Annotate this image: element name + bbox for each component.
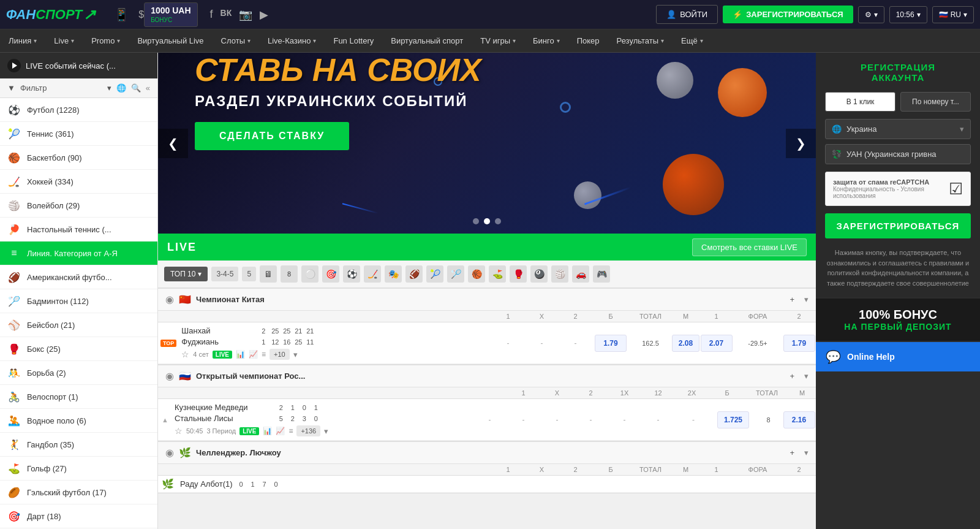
sidebar-item-baseball[interactable]: ⚾ Бейсбол (21) [0, 313, 157, 337]
odd-m-button[interactable]: 2.08 [672, 335, 699, 352]
nav-more[interactable]: Ещё ▾ [673, 29, 712, 52]
group-expand-icon-luczhou[interactable]: ◉ [165, 447, 174, 459]
filter-icon-14[interactable]: 🚗 [572, 265, 589, 283]
nav-bingo[interactable]: Бинго ▾ [524, 29, 568, 52]
top10-button[interactable]: ТОП 10 ▾ [164, 267, 208, 281]
more-bets-button-ru[interactable]: +136 [296, 425, 320, 436]
chevron-down-icon[interactable]: ▾ [804, 295, 809, 304]
reg-btn-one-click[interactable]: В 1 клик [825, 92, 895, 112]
sidebar-item-line-az[interactable]: ≡ Линия. Категория от А-Я [0, 242, 157, 265]
filter-icon-13[interactable]: 🏐 [551, 265, 568, 283]
dollar-icon[interactable]: $ [138, 9, 144, 20]
banner-dot-1[interactable] [473, 218, 479, 224]
chevron-down-icon-lz[interactable]: ▾ [804, 448, 809, 457]
odd-1b-button[interactable]: 2.07 [701, 335, 733, 352]
add-icon[interactable]: + [790, 295, 794, 304]
filter-icon-num-8[interactable]: 8 [281, 265, 298, 283]
sidebar-item-tabletennis[interactable]: 🏓 Настольный теннис (... [0, 218, 157, 242]
sidebar-live[interactable]: LIVE событий сейчас (... [0, 53, 157, 78]
sidebar-item-golf[interactable]: ⛳ Гольф (27) [0, 457, 157, 481]
youtube-icon[interactable]: ▶ [260, 8, 268, 21]
filter-icon-7[interactable]: 🎾 [426, 265, 443, 283]
currency-selector[interactable]: 💱 УАН (Украинская гривна [825, 144, 971, 164]
watch-live-button[interactable]: Смотреть все ставки LIVE [692, 238, 807, 256]
nav-fun-lottery[interactable]: Fun Lottery [325, 29, 382, 52]
sidebar-item-basketball[interactable]: 🏀 Баскетбол (90) [0, 146, 157, 170]
filter-icon-15[interactable]: 🎮 [593, 265, 610, 283]
chevron-down-icon-ru[interactable]: ▾ [804, 371, 809, 381]
group-expand-icon-russia[interactable]: ◉ [165, 370, 174, 382]
sidebar-item-badminton[interactable]: 🏸 Бадминтон (112) [0, 289, 157, 313]
nav-tv-games[interactable]: TV игры ▾ [472, 29, 524, 52]
filter-icon-10[interactable]: ⛳ [489, 265, 506, 283]
filter-icon-8[interactable]: 🏸 [447, 265, 464, 283]
odd-b-cell[interactable]: 1.79 [592, 322, 629, 363]
nav-virtual-live[interactable]: Виртуальный Live [129, 29, 212, 52]
globe-icon[interactable]: 🌐 [116, 83, 126, 93]
sidebar-item-hockey[interactable]: 🏒 Хоккей (334) [0, 170, 157, 194]
nav-poker[interactable]: Покер [568, 29, 608, 52]
sidebar-item-wrestling[interactable]: 🤼 Борьба (2) [0, 361, 157, 385]
search-icon[interactable]: 🔍 [131, 83, 141, 93]
nav-promo[interactable]: Promo ▾ [83, 29, 129, 52]
sidebar-item-gaelic-football[interactable]: 🏉 Гэльский футбол (17) [0, 481, 157, 504]
filter-icon-9[interactable]: 🏀 [468, 265, 485, 283]
filter-icon-6[interactable]: 🏈 [405, 265, 423, 283]
odd-total-ru[interactable]: 1.725 [712, 399, 755, 440]
nav-results[interactable]: Результаты ▾ [608, 29, 673, 52]
odd-m-cell[interactable]: 2.08 [672, 322, 699, 363]
stats-icon[interactable]: 📈 [249, 350, 258, 359]
more-bets-button[interactable]: +10 [270, 349, 290, 360]
country-selector[interactable]: 🌐 Украина ▾ [825, 119, 971, 139]
sidebar-item-football[interactable]: ⚽ Футбол (1228) [0, 98, 157, 122]
sidebar-item-handball[interactable]: 🤾 Гандбол (35) [0, 433, 157, 457]
nav-virtual-sport[interactable]: Виртуальный спорт [382, 29, 472, 52]
expand-icon-ru[interactable]: ▾ [324, 427, 328, 436]
add-icon-ru[interactable]: + [790, 371, 794, 381]
nav-live[interactable]: Live ▾ [45, 29, 83, 52]
list-icon-ru[interactable]: ≡ [288, 427, 293, 435]
reg-btn-phone[interactable]: По номеру т... [900, 92, 971, 112]
odd-b-button[interactable]: 1.79 [595, 335, 627, 352]
sidebar-item-boxing[interactable]: 🥊 Бокс (25) [0, 337, 157, 361]
expand-icon[interactable]: ▾ [293, 350, 298, 359]
favorite-star[interactable]: ☆ [181, 349, 189, 359]
language-selector[interactable]: 🇷🇺 RU ▾ [932, 6, 974, 23]
sidebar-item-american-football[interactable]: 🏈 Американский футбо... [0, 265, 157, 289]
mobile-icon[interactable]: 📱 [114, 7, 129, 22]
nav-slots[interactable]: Слоты ▾ [213, 29, 259, 52]
nav-live-casino[interactable]: Live-Казино ▾ [259, 29, 325, 52]
odd-2b-button-ru[interactable]: 2.16 [783, 411, 815, 428]
sidebar-item-tennis[interactable]: 🎾 Теннис (361) [0, 122, 157, 146]
time-display[interactable]: 10:56 ▾ [889, 6, 927, 23]
settings-button[interactable]: ⚙ ▾ [858, 6, 884, 23]
vk-icon[interactable]: ВК [221, 8, 232, 21]
filter-icon-11[interactable]: 🥊 [510, 265, 527, 283]
odd-1b-cell[interactable]: 2.07 [699, 322, 733, 363]
favorite-star-ru[interactable]: ☆ [175, 426, 183, 436]
chart-icon-ru[interactable]: 📊 [263, 427, 272, 435]
filter-icon-2[interactable]: 🎯 [322, 265, 339, 283]
sidebar-item-cycling[interactable]: 🚴 Велоспорт (1) [0, 385, 157, 409]
stats-icon-ru[interactable]: 📈 [276, 427, 285, 435]
banner-dot-2[interactable] [484, 218, 490, 224]
sidebar-item-waterpolo[interactable]: 🤽 Водное поло (6) [0, 409, 157, 433]
banner-cta-button[interactable]: СДЕЛАТЬ СТАВКУ [195, 122, 349, 150]
banner-dot-3[interactable] [495, 218, 501, 224]
odd-2b-ru[interactable]: 2.16 [782, 399, 816, 440]
odd-total-button-ru[interactable]: 1.725 [717, 411, 749, 428]
sidebar-item-darts[interactable]: 🎯 Дарт (18) [0, 504, 157, 528]
register-header-button[interactable]: ⚡ ЗАРЕГИСТРИРОВАТЬСЯ [723, 6, 853, 23]
filter-icon-monitor[interactable]: 🖥 [260, 265, 277, 283]
filter-icon-4[interactable]: 🏒 [364, 265, 381, 283]
filter-icon-ball[interactable]: ⚪ [301, 265, 318, 283]
login-button[interactable]: 👤 ВОЙТИ [656, 5, 718, 24]
odd-2b-cell[interactable]: 1.79 [782, 322, 816, 363]
instagram-icon[interactable]: 📷 [239, 8, 252, 21]
register-main-button[interactable]: ЗАРЕГИСТРИРОВАТЬСЯ [825, 213, 971, 238]
chart-icon[interactable]: 📊 [236, 350, 245, 359]
odd-2b-button[interactable]: 1.79 [783, 335, 815, 352]
add-icon-lz[interactable]: + [790, 448, 794, 457]
online-help-bar[interactable]: 💬 Online Help [816, 342, 980, 371]
nav-liniya[interactable]: Линия ▾ [0, 29, 45, 52]
